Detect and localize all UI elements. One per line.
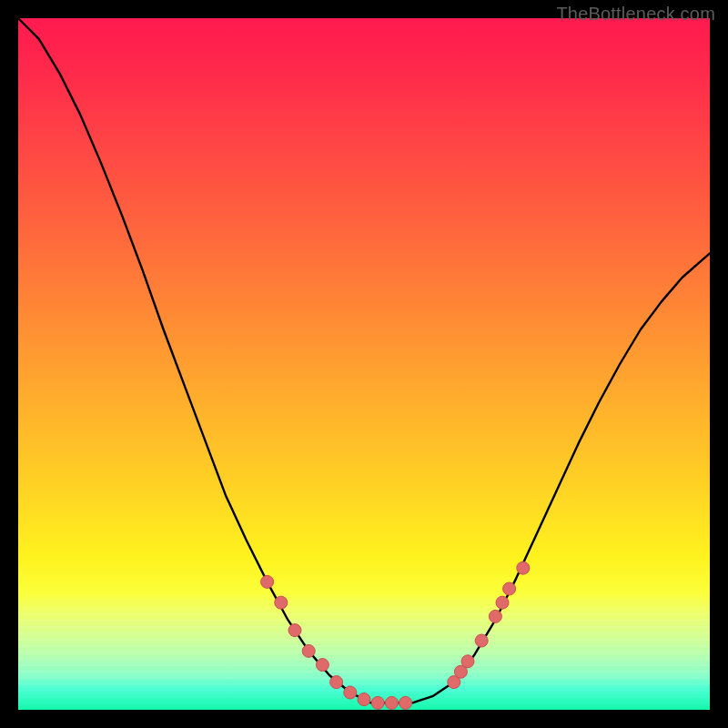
curve-markers	[261, 561, 530, 709]
data-marker	[275, 596, 288, 609]
curve-layer	[18, 18, 710, 710]
data-marker	[503, 582, 516, 595]
chart-frame: TheBottleneck.com	[0, 0, 728, 728]
plot-area	[18, 18, 710, 710]
data-marker	[517, 561, 530, 574]
watermark-text: TheBottleneck.com	[556, 4, 715, 25]
data-marker	[344, 686, 357, 699]
data-marker	[496, 596, 509, 609]
data-marker	[489, 610, 501, 622]
data-marker	[371, 696, 384, 709]
data-marker	[316, 659, 329, 672]
data-marker	[261, 575, 274, 588]
data-marker	[399, 696, 412, 709]
data-marker	[385, 696, 398, 709]
data-marker	[358, 693, 370, 706]
data-marker	[302, 644, 315, 657]
bottleneck-curve	[18, 18, 710, 703]
data-marker	[461, 655, 474, 668]
data-marker	[475, 634, 488, 647]
data-marker	[288, 624, 301, 637]
data-marker	[330, 676, 343, 689]
